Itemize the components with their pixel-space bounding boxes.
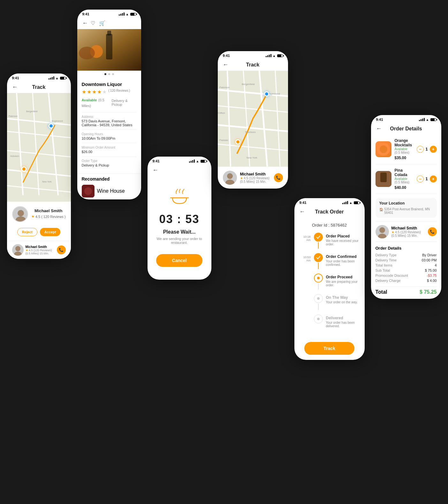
phone-icon-4[interactable]: 📞 — [274, 173, 283, 182]
star-icon-1: ★ — [31, 214, 34, 219]
step-delivered: Delivered Your order has been delivered. — [300, 314, 360, 328]
step-desc-4: Your order on the way. — [326, 300, 358, 304]
back-button-2[interactable]: ← — [82, 20, 88, 27]
wifi-3: ▲ — [196, 159, 199, 163]
cart-icon-2[interactable]: 🛒 — [99, 20, 105, 26]
svg-text:Hoboken: Hoboken — [10, 155, 19, 157]
location-section: Your Location 🏠 5354 Post Avenue Brainer… — [376, 198, 437, 218]
qty-num-1: 1 — [426, 147, 428, 151]
rec-name-1: Wine House — [97, 188, 125, 194]
nav-bar-4: ← Track — [218, 59, 288, 71]
reviews-2: ( — [109, 89, 110, 95]
svg-text:Teterboro: Teterboro — [245, 131, 256, 134]
time-1: 9:41 — [12, 76, 19, 80]
qty-plus-2[interactable]: + — [430, 175, 437, 182]
svg-text:New York: New York — [247, 156, 258, 159]
step-circle-5 — [314, 314, 323, 323]
step-time-2: 10:53 Am — [300, 253, 311, 262]
dot-2[interactable] — [108, 73, 110, 75]
reject-button[interactable]: Reject — [17, 228, 37, 236]
step-wrap-1 — [314, 233, 323, 249]
bowl-icon — [170, 189, 189, 206]
delivery-type-row: Delivery Type By Driver — [376, 253, 437, 257]
orange-dot-4 — [235, 139, 240, 144]
orange-dot-1 — [21, 167, 27, 172]
qty-plus-1[interactable]: + — [430, 146, 437, 153]
status-icons-6: ▲ — [419, 118, 436, 121]
status-icons-4: ▲ — [266, 54, 283, 58]
driver-actions-1: Reject Accept — [12, 228, 66, 236]
qty-num-2: 1 — [426, 177, 428, 181]
qty-minus-1[interactable]: − — [417, 146, 424, 153]
subtotal-row: Sub Total $ 75.00 — [376, 268, 437, 272]
step-title-3: Order Proceed — [326, 275, 360, 279]
driver-info-6: Michael Smith ★ 4.5 (120 Reviews) (0.5 M… — [391, 226, 425, 237]
product-image-2 — [77, 29, 141, 71]
back-button-4[interactable]: ← — [223, 61, 229, 68]
product-avail-1: Available (0.5 Miles) — [395, 147, 414, 154]
signal-6 — [419, 118, 425, 121]
back-button-1[interactable]: ← — [12, 84, 18, 90]
svg-point-22 — [79, 47, 95, 59]
cancel-button[interactable]: Cancel — [156, 254, 203, 267]
dot-1[interactable] — [104, 73, 106, 75]
store-info-2: Downtown Liquor ★ ★ ★ ★ ★ ( 120 Reviews … — [77, 78, 141, 174]
back-button-5[interactable]: ← — [300, 208, 305, 215]
hours-row: Opening Hours 10:00Am To 09:00Pm — [82, 132, 137, 140]
rec-item-1[interactable]: Wine House — [77, 183, 141, 199]
dot-3[interactable] — [112, 73, 114, 75]
total-items-row: Total Items 4 — [376, 263, 437, 267]
signal-4 — [266, 54, 271, 57]
svg-point-52 — [378, 234, 386, 238]
step-line-3 — [318, 283, 319, 290]
star4: ★ — [97, 89, 102, 95]
driver-small-avatar-1 — [12, 244, 24, 256]
map-svg-4: Paterson Bergenfield Englewood Teterboro… — [218, 71, 288, 167]
step-line-2 — [318, 263, 319, 269]
back-button-6[interactable]: ← — [376, 125, 382, 132]
status-bar-1: 9:41 ▲ — [7, 74, 71, 81]
signal-1 — [49, 76, 54, 80]
heart-icon-2[interactable]: ♡ — [91, 20, 95, 26]
battery-4 — [277, 54, 283, 57]
phone-map-track: 9:41 ▲ ← Track — [218, 51, 288, 189]
qty-minus-2[interactable]: − — [417, 175, 424, 182]
step-title-5: Delivered — [326, 316, 360, 320]
reviews-1: ( — [41, 215, 42, 219]
product-name-2: Pina Colada — [395, 168, 414, 177]
accept-button[interactable]: Accept — [40, 228, 61, 236]
wifi-6: ▲ — [426, 118, 429, 121]
product-avail-2: Available (0.5 Miles) — [395, 177, 414, 184]
wait-sub-text: We are sending your order to restaurant. — [154, 237, 205, 244]
phone-icon-6[interactable]: 📞 — [428, 227, 437, 236]
step-content-2: Order Confirmed Your order has been conf… — [326, 253, 360, 267]
recommended-title: Recomanded — [77, 174, 141, 183]
step-content-4: On The Way Your order on the way. — [326, 294, 358, 304]
phone-icon-1[interactable]: 📞 — [57, 245, 66, 254]
order-summary-6: Order Details Delivery Type By Driver De… — [376, 246, 437, 283]
track-button[interactable]: Track — [304, 342, 354, 355]
driver-rating-4: ★ 4.5 (120 Reviews) — [240, 176, 271, 180]
wifi-2: ▲ — [126, 12, 129, 16]
svg-text:Clifton: Clifton — [218, 112, 225, 114]
product-price-2: $40.00 — [395, 185, 414, 190]
timer-display: 03 : 53 — [159, 213, 199, 226]
back-button-3[interactable]: ← — [153, 167, 158, 174]
svg-text:Paterson: Paterson — [9, 115, 18, 117]
store-meta-2: Available (0.5 Miles) Delivery & Pickup — [82, 97, 137, 108]
driver-bottom-1: Michael Smith ★ 4.5 (120 Reviews) (0.5 M… — [7, 241, 71, 259]
delivery-charge-row: Delivery Charge $ 4.00 — [376, 279, 437, 283]
step-desc-3: We are preparing your order. — [326, 280, 360, 287]
time-4: 9:41 — [223, 54, 230, 58]
nav-title-4: Track — [231, 62, 275, 68]
delivery-time-row: Delivery Time 03:00 PM — [376, 258, 437, 262]
step-order-proceed: Order Proceed We are preparing your orde… — [300, 274, 360, 290]
location-title: Your Location — [379, 201, 433, 205]
battery-1 — [60, 77, 66, 80]
product-image-brown — [376, 171, 391, 187]
nav-bar-6: ← Order Details — [371, 123, 441, 135]
nav-bar-3: ← — [148, 164, 211, 176]
step-desc-2: Your order has been confirmed. — [326, 260, 360, 267]
step-title-2: Order Confirmed — [326, 254, 360, 259]
product-thumb-1 — [376, 141, 391, 157]
